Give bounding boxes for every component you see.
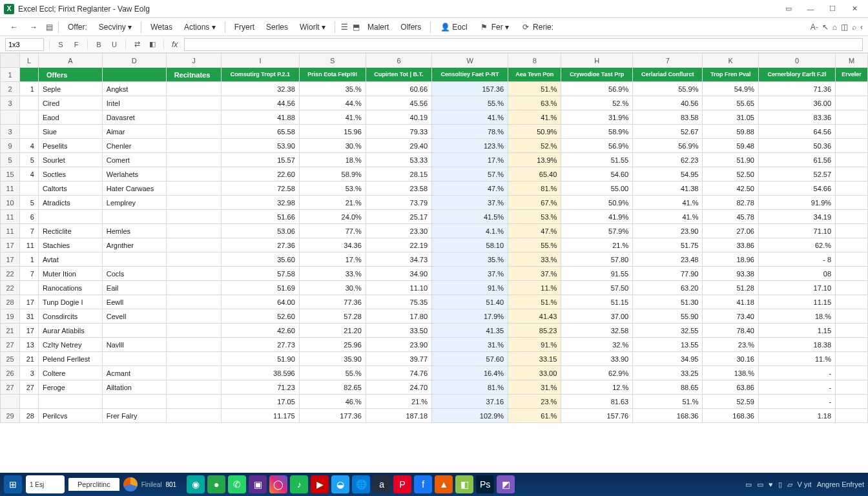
cell[interactable]: 41.% — [508, 110, 561, 125]
cell[interactable]: 33.% — [508, 253, 561, 267]
select-all-corner[interactable] — [1, 54, 20, 68]
youtube-icon[interactable]: ▶ — [311, 475, 329, 493]
cell[interactable]: 32.% — [561, 338, 633, 352]
cell[interactable]: 27.73 — [222, 338, 300, 352]
cell[interactable] — [836, 352, 868, 366]
cell[interactable] — [102, 210, 166, 224]
cell[interactable]: 25.17 — [366, 210, 431, 224]
cell[interactable]: 77.36 — [299, 295, 366, 309]
cell[interactable]: 23.90 — [633, 224, 703, 238]
cell[interactable]: 64.00 — [222, 295, 300, 309]
row-header[interactable]: 27 — [1, 380, 20, 395]
cell[interactable]: 63.86 — [703, 380, 758, 395]
cell[interactable]: 55.% — [432, 96, 508, 110]
cell[interactable]: 102.9% — [432, 409, 508, 423]
bold-button[interactable]: B — [93, 39, 105, 50]
cell[interactable]: 51.75 — [633, 238, 703, 253]
cell[interactable] — [836, 409, 868, 423]
cell[interactable]: 72.58 — [222, 181, 300, 196]
cell[interactable]: 77.90 — [633, 267, 703, 281]
cell[interactable]: 29.40 — [366, 139, 431, 153]
cell[interactable]: 187.18 — [366, 409, 431, 423]
cell[interactable]: 57.9% — [561, 224, 633, 238]
cell[interactable]: 18.38 — [758, 338, 835, 352]
cell[interactable]: 18.% — [299, 153, 366, 167]
cell[interactable]: 57.28 — [299, 309, 366, 324]
row-header[interactable]: 11 — [1, 181, 20, 196]
cell[interactable]: 81.63 — [561, 395, 633, 409]
cell[interactable]: Eail — [102, 281, 166, 295]
cell[interactable]: 37.16 — [432, 395, 508, 409]
row-header[interactable]: 28 — [1, 295, 20, 309]
cell[interactable]: Ailtation — [102, 380, 166, 395]
cell[interactable]: 13.55 — [633, 338, 703, 352]
cell[interactable]: 168.36 — [703, 409, 758, 423]
row-header[interactable]: 17 — [1, 253, 20, 267]
pinterest-icon[interactable]: P — [393, 475, 411, 493]
cell[interactable] — [836, 210, 868, 224]
search-icon[interactable]: ⌕ — [852, 23, 856, 32]
cell[interactable]: 21.% — [366, 395, 431, 409]
cell[interactable]: 1 — [20, 253, 39, 267]
cell[interactable]: 123.% — [432, 139, 508, 153]
cell[interactable]: 64.56 — [758, 125, 835, 139]
row-header[interactable]: 3 — [1, 125, 20, 139]
home-icon[interactable]: ⌂ — [832, 23, 837, 32]
cell[interactable]: 55.65 — [703, 96, 758, 110]
column-header[interactable]: 7 — [633, 54, 703, 68]
cell[interactable]: 157.76 — [561, 409, 633, 423]
tray-icon-3[interactable]: ♥ — [769, 480, 773, 488]
cell[interactable]: 1 — [20, 82, 39, 96]
font-dec-button[interactable]: A˗ — [811, 23, 818, 32]
cell[interactable]: 7 — [20, 224, 39, 238]
cell[interactable]: 57.80 — [561, 253, 633, 267]
cell[interactable]: 54.9% — [703, 82, 758, 96]
header-cell-offers[interactable]: Offers — [38, 68, 102, 82]
cell[interactable]: 157.36 — [432, 82, 508, 96]
cell[interactable]: 56.9% — [633, 139, 703, 153]
cell[interactable] — [166, 238, 221, 253]
cell[interactable]: 23.30 — [366, 224, 431, 238]
row-header[interactable] — [1, 110, 20, 125]
cell[interactable] — [166, 224, 221, 238]
cell[interactable]: 62.% — [758, 238, 835, 253]
cell[interactable] — [166, 181, 221, 196]
header-cell[interactable]: Aea Tevn Pon — [508, 68, 561, 82]
cell[interactable]: 34.19 — [758, 210, 835, 224]
cell[interactable]: 52.59 — [703, 395, 758, 409]
photoshop-icon[interactable]: Ps — [476, 475, 494, 493]
app-icon-1[interactable]: ◉ — [187, 475, 205, 493]
app-icon-16[interactable]: ◩ — [497, 475, 515, 493]
cell[interactable]: 08 — [758, 267, 835, 281]
cell[interactable]: 63.% — [508, 96, 561, 110]
cell[interactable]: 24.70 — [366, 380, 431, 395]
cell[interactable]: 81.% — [432, 380, 508, 395]
cell[interactable]: 55.00 — [561, 181, 633, 196]
cell[interactable]: Muter Ition — [38, 267, 102, 281]
cell[interactable]: 31.9% — [561, 110, 633, 125]
cell[interactable]: 22.60 — [222, 167, 300, 181]
row-header[interactable]: 19 — [1, 309, 20, 324]
cell[interactable]: 51.% — [508, 295, 561, 309]
app-icon-8[interactable]: ◒ — [331, 475, 349, 493]
cell[interactable]: 34.73 — [366, 253, 431, 267]
cell[interactable]: 53.33 — [366, 153, 431, 167]
cell[interactable]: 39.77 — [366, 352, 431, 366]
cell[interactable]: 78.40 — [703, 324, 758, 338]
cell[interactable]: 61.% — [508, 409, 561, 423]
cell[interactable]: Navlll — [102, 338, 166, 352]
cell[interactable]: 52.50 — [703, 167, 758, 181]
cell[interactable]: 15.57 — [222, 153, 300, 167]
nav-forward-button[interactable]: → — [25, 20, 43, 34]
window-box-icon[interactable]: ▭ — [779, 2, 798, 16]
row-header[interactable]: 11 — [1, 224, 20, 238]
cell[interactable]: 57.60 — [432, 352, 508, 366]
header-cell[interactable] — [20, 68, 39, 82]
cell[interactable]: 46.% — [299, 395, 366, 409]
cell[interactable] — [166, 96, 221, 110]
cell[interactable]: 93.38 — [703, 267, 758, 281]
cell[interactable]: 33.25 — [633, 366, 703, 380]
cell[interactable]: 23.90 — [366, 338, 431, 352]
cell[interactable] — [166, 110, 221, 125]
cell[interactable] — [166, 380, 221, 395]
